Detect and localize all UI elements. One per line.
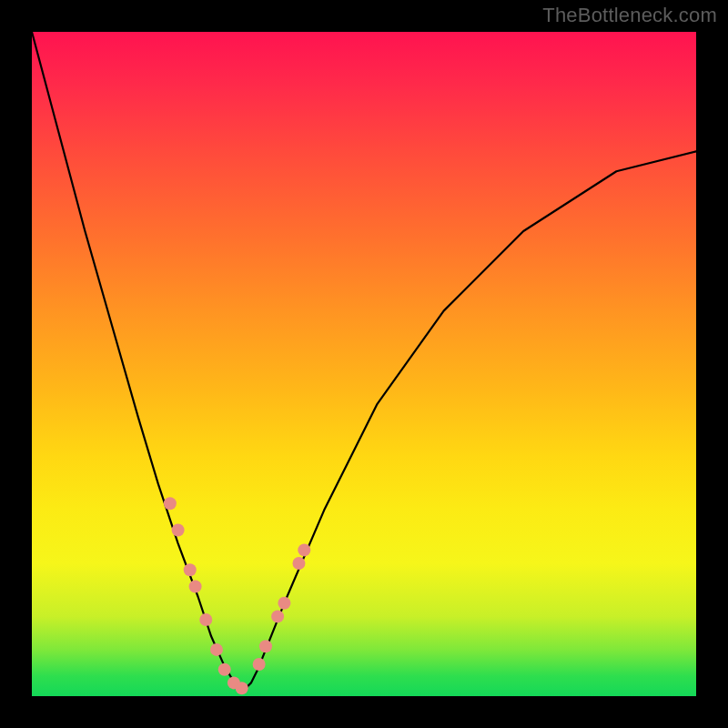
scatter-left-branch	[164, 497, 248, 694]
data-point	[236, 682, 248, 694]
data-point	[184, 563, 197, 576]
data-point	[210, 643, 223, 656]
data-point	[292, 557, 305, 570]
data-point	[259, 640, 272, 652]
data-point	[298, 543, 310, 556]
scatter-right-branch	[253, 543, 311, 671]
bottleneck-curve	[32, 32, 696, 690]
data-point	[253, 658, 266, 671]
data-point	[164, 497, 177, 510]
data-point	[189, 581, 202, 593]
chart-frame: TheBottleneck.com	[0, 0, 728, 728]
data-point	[278, 597, 290, 610]
watermark-text: TheBottleneck.com	[542, 4, 717, 27]
data-point	[218, 663, 231, 676]
data-point	[271, 610, 284, 622]
plot-area	[32, 32, 696, 696]
chart-svg	[32, 32, 696, 696]
data-point	[199, 613, 212, 626]
data-point	[172, 524, 185, 537]
